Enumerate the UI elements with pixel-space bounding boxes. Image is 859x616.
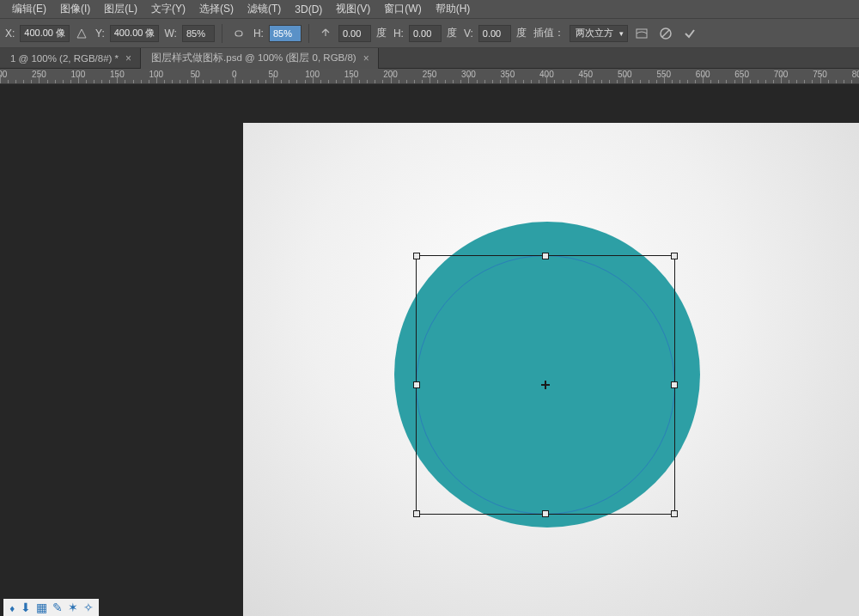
skew-h-unit: 度 xyxy=(445,26,459,40)
x-input[interactable]: 400.00 像 xyxy=(20,25,70,42)
transform-center-icon[interactable] xyxy=(541,381,550,389)
transform-handle-top-middle[interactable] xyxy=(542,253,549,259)
canvas-viewport[interactable] xyxy=(0,84,859,616)
horizontal-ruler[interactable]: 2002501001501005005010015020025030035040… xyxy=(0,69,859,84)
h-input[interactable]: 85% xyxy=(269,25,302,42)
menu-edit[interactable]: 编辑(E) xyxy=(5,0,53,18)
menu-3d[interactable]: 3D(D) xyxy=(288,2,329,17)
transform-handle-middle-left[interactable] xyxy=(413,381,420,388)
link-icon[interactable] xyxy=(229,28,248,39)
transform-handle-top-left[interactable] xyxy=(413,253,420,259)
ruler-tick-label: 200 xyxy=(0,70,7,79)
menu-window[interactable]: 窗口(W) xyxy=(377,0,428,18)
commit-transform-icon[interactable] xyxy=(679,27,700,40)
document-tab-2[interactable]: 图层样式做图标.psd @ 100% (图层 0, RGB/8) × xyxy=(141,48,379,69)
tool-icon-6[interactable]: ✧ xyxy=(83,601,94,614)
tool-icon-3[interactable]: ▦ xyxy=(36,601,47,614)
svg-rect-0 xyxy=(637,29,647,38)
tool-icon-5[interactable]: ✶ xyxy=(68,601,78,614)
h-label: H: xyxy=(252,27,265,40)
tab-2-label: 图层样式做图标.psd @ 100% (图层 0, RGB/8) xyxy=(151,52,356,64)
transform-options-bar: X: 400.00 像 Y: 400.00 像 W: 85% H: 85% 0.… xyxy=(0,19,859,48)
x-label: X: xyxy=(3,27,16,40)
svg-line-2 xyxy=(662,30,669,37)
close-icon[interactable]: × xyxy=(363,52,369,64)
menu-select[interactable]: 选择(S) xyxy=(192,0,241,18)
skew-h-label: H: xyxy=(392,27,405,40)
menu-help[interactable]: 帮助(H) xyxy=(429,0,478,18)
w-label: W: xyxy=(162,27,178,40)
tool-icon-2[interactable]: ⬇ xyxy=(21,601,31,614)
rotate-icon[interactable] xyxy=(316,27,335,40)
transform-handle-bottom-right[interactable] xyxy=(671,510,678,517)
warp-icon[interactable] xyxy=(631,27,652,40)
tool-icon-4[interactable]: ✎ xyxy=(52,601,63,614)
transform-handle-bottom-middle[interactable] xyxy=(542,510,549,517)
document-tab-bar: 1 @ 100% (2, RGB/8#) * × 图层样式做图标.psd @ 1… xyxy=(0,48,859,69)
transform-handle-bottom-left[interactable] xyxy=(413,510,420,517)
transform-bounding-box[interactable] xyxy=(416,255,675,515)
menu-image[interactable]: 图像(I) xyxy=(53,0,97,18)
interpolation-dropdown[interactable]: 两次立方 xyxy=(570,25,628,42)
y-label: Y: xyxy=(94,27,107,40)
tab-1-label: 1 @ 100% (2, RGB/8#) * xyxy=(10,53,119,64)
menu-type[interactable]: 文字(Y) xyxy=(144,0,192,18)
close-icon[interactable]: × xyxy=(125,52,131,64)
skew-v-unit: 度 xyxy=(515,26,528,40)
skew-v-input[interactable]: 0.00 xyxy=(478,25,511,42)
menu-layer[interactable]: 图层(L) xyxy=(97,0,144,18)
cancel-transform-icon[interactable] xyxy=(655,27,676,40)
y-input[interactable]: 400.00 像 xyxy=(110,25,160,42)
tool-icon-1[interactable]: ⬧ xyxy=(9,601,15,614)
menu-filter[interactable]: 滤镜(T) xyxy=(241,0,288,18)
bottom-toolbar: ⬧ ⬇ ▦ ✎ ✶ ✧ xyxy=(3,599,99,616)
ruler-tick-label: 800 xyxy=(852,70,859,79)
skew-v-label: V: xyxy=(462,27,475,40)
document-tab-1[interactable]: 1 @ 100% (2, RGB/8#) * × xyxy=(0,48,141,69)
transform-handle-middle-right[interactable] xyxy=(671,381,678,388)
angle-unit: 度 xyxy=(375,26,388,40)
angle-input[interactable]: 0.00 xyxy=(338,25,371,42)
menu-bar: 编辑(E) 图像(I) 图层(L) 文字(Y) 选择(S) 滤镜(T) 3D(D… xyxy=(0,0,859,19)
reference-point-icon[interactable] xyxy=(73,28,90,39)
transform-handle-top-right[interactable] xyxy=(671,253,678,259)
menu-view[interactable]: 视图(V) xyxy=(329,0,377,18)
interpolation-label: 插值： xyxy=(532,26,566,40)
skew-h-input[interactable]: 0.00 xyxy=(409,25,442,42)
w-input[interactable]: 85% xyxy=(182,25,215,42)
